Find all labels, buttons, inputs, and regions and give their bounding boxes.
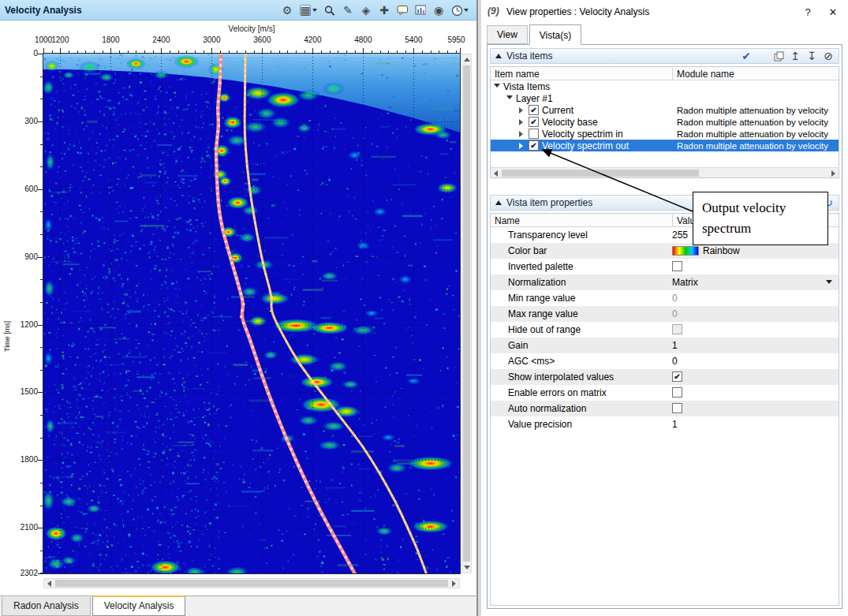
app-window: Velocity Analysis ⚙▦✎◈✚◉ Velocity [m/s] … [0,0,848,616]
vista-item-properties-header-label: Vista item properties [506,197,592,208]
colorbar-preview[interactable] [672,246,699,256]
property-name: Hide out of range [508,324,581,335]
expander-open-icon[interactable] [494,84,500,88]
column-item-name: Item name [495,69,540,80]
tree-row-current[interactable]: ✔CurrentRadon multiple attenuation by ve… [491,104,839,116]
tree-horizontal-scrollbar[interactable] [491,167,839,177]
vista-items-section-header[interactable]: Vista items ✔↥↧⊘ [490,48,839,64]
close-button[interactable]: ✕ [823,3,843,21]
property-name: Enable errors on matrix [508,387,607,398]
tree-row-velocity-spectrim-out[interactable]: ✔Velocity spectrim outRadon multiple att… [491,140,839,151]
tab-velocity-analysis[interactable]: Velocity Analysis [92,595,186,616]
move-top-icon[interactable]: ↥ [790,50,801,62]
image-export-icon[interactable] [415,5,426,16]
scroll-down-button[interactable] [462,562,471,573]
property-value: 1 [672,419,678,430]
column-name: Name [495,215,520,226]
column-divider[interactable] [672,215,673,226]
velocity-tick-label: 1000 [35,35,52,44]
hide-items-icon[interactable]: ⊘ [823,50,834,62]
property-row-agc-ms[interactable]: AGC <ms>0 [491,353,839,369]
visibility-checkbox[interactable] [529,129,539,139]
tab-vistas[interactable]: Vista(s) [529,24,581,45]
zoom-icon[interactable] [324,5,335,16]
visibility-checkbox[interactable]: ✔ [529,140,539,151]
velocity-tick-label: 1200 [51,35,69,44]
time-axis-title: Time [ms] [3,321,11,352]
property-row-show-interpolated-values[interactable]: Show interpolated values✔ [491,369,839,385]
panel-title: Velocity Analysis [5,5,82,16]
help-button[interactable]: ? [798,3,818,21]
target-icon[interactable]: ◉ [433,5,444,16]
dropdown-caret-icon[interactable] [826,280,832,284]
scroll-right-icon [831,170,835,177]
property-checkbox[interactable] [672,387,682,398]
velocity-tick-label: 2400 [152,35,170,44]
pick-tool-icon-group: ✎ [342,5,353,16]
column-divider[interactable] [672,68,673,80]
property-name: Normalization [508,277,566,288]
expander-closed-icon[interactable] [519,131,523,137]
property-row-inverted-palette[interactable]: Inverted palette [491,259,839,274]
property-row-auto-normalization[interactable]: Auto normalization [491,401,839,416]
property-checkbox[interactable] [672,261,682,271]
velocity-axis-title: Velocity [m/s] [43,24,460,33]
scroll-right-button[interactable] [449,579,459,588]
tree-scroll-left-button[interactable] [491,169,501,177]
time-tool-icon-group [451,5,469,16]
expander-closed-icon[interactable] [519,143,523,149]
property-row-hide-out-of-range[interactable]: Hide out of range [491,322,839,338]
visibility-checkbox[interactable]: ✔ [529,105,539,115]
pick-tool-icon[interactable]: ✎ [342,5,353,16]
velocity-tick-label: 3000 [203,35,220,44]
property-value: Matrix [672,277,698,288]
tree-row-velocity-spectrim-in[interactable]: Velocity spectrim inRadon multiple atten… [491,128,839,140]
property-row-normalization[interactable]: NormalizationMatrix [491,274,839,290]
tree-row-velocity-base[interactable]: ✔Velocity baseRadon multiple attenuation… [491,116,839,128]
scroll-left-button[interactable] [44,579,54,588]
tree-scroll-right-button[interactable] [828,169,839,177]
add-pick-icon[interactable]: ✚ [379,5,390,16]
visibility-checkbox[interactable]: ✔ [529,117,539,127]
property-name: Auto normalization [508,403,586,414]
velocity-spectrum-canvas[interactable] [43,54,460,573]
move-bottom-icon[interactable]: ↧ [806,50,817,62]
dropdown-caret-icon[interactable] [464,9,469,12]
vertical-scroll-thumb[interactable] [463,65,470,562]
copy-items-icon[interactable] [773,50,784,62]
time-tick-label: 1200 [11,320,38,329]
plot-vertical-scrollbar[interactable] [461,54,472,573]
property-row-min-range-value[interactable]: Min range value0 [491,290,839,306]
tree-row-vista-items[interactable]: Vista Items [491,80,839,92]
comment-icon[interactable] [397,5,408,16]
expander-closed-icon[interactable] [519,107,523,114]
property-row-value-precision[interactable]: Value precision1 [491,416,839,432]
layers-icon[interactable]: ◈ [360,5,372,16]
property-row-enable-errors-on-matrix[interactable]: Enable errors on matrix [491,385,839,401]
tree-row-layer-1[interactable]: Layer #1 [491,92,839,104]
property-value: 0 [672,293,678,304]
panel-titlebar: Velocity Analysis ⚙▦✎◈✚◉ [0,0,476,21]
expander-closed-icon[interactable] [519,119,523,125]
tab-view[interactable]: View [487,25,528,44]
property-checkbox[interactable] [672,403,682,413]
display-mode-icon[interactable]: ▦ [300,5,311,16]
property-row-gain[interactable]: Gain1 [491,338,839,353]
dialog-title: View properties : Velocity Analysis [506,6,649,17]
expander-open-icon[interactable] [506,95,513,99]
property-checkbox[interactable]: ✔ [672,371,682,382]
tree-scroll-thumb[interactable] [502,170,699,177]
velocity-tick-label: 5950 [447,35,465,44]
time-tool-icon[interactable] [451,5,462,16]
horizontal-scroll-thumb[interactable] [55,580,448,587]
scroll-up-button[interactable] [462,54,471,65]
property-row-max-range-value[interactable]: Max range value0 [491,306,839,322]
property-checkbox[interactable] [672,324,682,334]
property-row-color-bar[interactable]: Color barRainbow [491,243,839,259]
check-all-icon[interactable]: ✔ [741,50,752,62]
property-value: 0 [672,356,678,367]
settings-gear-icon[interactable]: ⚙ [282,5,293,16]
plot-horizontal-scrollbar[interactable] [43,578,460,588]
dropdown-caret-icon[interactable] [312,9,317,12]
tab-radon-analysis[interactable]: Radon Analysis [2,597,91,616]
